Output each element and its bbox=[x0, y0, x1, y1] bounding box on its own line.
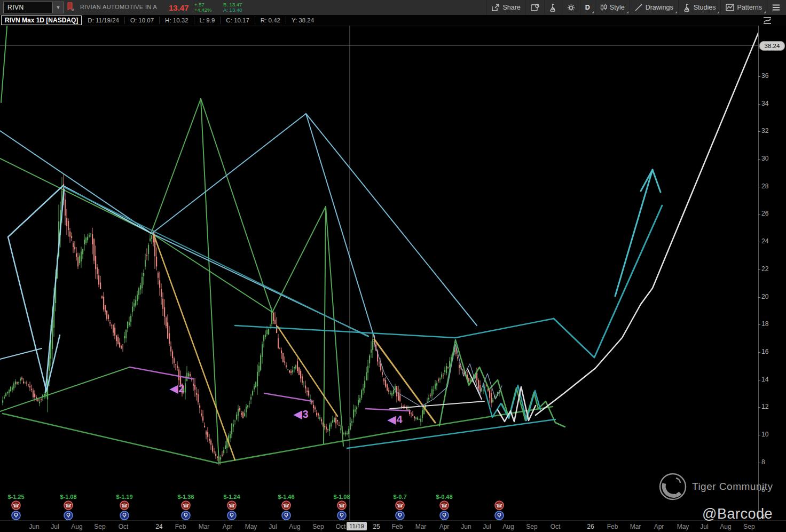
time-tick-label: Jun bbox=[461, 523, 471, 530]
trendline-green-apex2-leg[interactable] bbox=[324, 207, 326, 444]
trendline-cyan-peak-legs[interactable] bbox=[8, 186, 151, 391]
time-tick-label: Sep bbox=[94, 523, 105, 530]
eps-value: $-1.24 bbox=[215, 494, 249, 501]
trendline-magenta-wave2[interactable] bbox=[130, 367, 193, 379]
price-tick-label: 8 bbox=[761, 458, 765, 466]
trendline-magenta-wave4[interactable] bbox=[366, 409, 410, 411]
price-tick-label: 26 bbox=[761, 210, 768, 217]
svg-text:☎: ☎ bbox=[339, 503, 345, 509]
price-axis[interactable]: 383634323028262422201816141210864 bbox=[758, 26, 786, 520]
insight-bulb-icon bbox=[282, 511, 290, 520]
time-tick-label: Sep bbox=[526, 523, 537, 530]
share-button[interactable]: Share bbox=[486, 0, 525, 15]
earnings-marker[interactable]: $-0.48☎ bbox=[427, 494, 461, 523]
insight-bulb-icon bbox=[440, 511, 449, 520]
wave-label: ◀4 bbox=[388, 413, 403, 426]
news-calendar-button[interactable] bbox=[525, 0, 544, 15]
trendline-cyan-apex[interactable] bbox=[152, 114, 374, 338]
trendline-teal-descent[interactable] bbox=[63, 187, 368, 337]
interval-dropdown[interactable]: D bbox=[580, 0, 595, 15]
trendline-green-triangle-left[interactable] bbox=[151, 99, 201, 233]
price-tick-label: 14 bbox=[761, 376, 768, 383]
earnings-marker[interactable]: $-0.7☎ bbox=[383, 494, 417, 523]
trendline-green-apex1-inner[interactable] bbox=[201, 99, 272, 312]
earnings-marker[interactable]: ☎ bbox=[482, 494, 516, 523]
time-tick-label: Jul bbox=[483, 523, 491, 530]
alert-flag-icon[interactable] bbox=[66, 2, 75, 12]
bid-ask: B: 13.47A: 13.48 bbox=[223, 2, 242, 13]
trendline-white-horizontal[interactable] bbox=[390, 401, 484, 409]
price-tick-label: 22 bbox=[761, 265, 768, 273]
time-tick-label: Aug bbox=[502, 523, 514, 530]
svg-text:☎: ☎ bbox=[13, 503, 19, 509]
chart-title: RIVN Max 1D [NASDAQ] bbox=[1, 15, 82, 25]
time-tick-label: May bbox=[245, 523, 257, 530]
trendline-teal-cup-bottom[interactable] bbox=[347, 419, 555, 448]
time-tick-label: Aug bbox=[71, 523, 82, 530]
svg-text:☎: ☎ bbox=[496, 503, 502, 509]
earnings-marker[interactable]: $-1.19☎ bbox=[107, 494, 142, 523]
hamburger-icon bbox=[772, 4, 780, 11]
trendline-orange-mid[interactable] bbox=[278, 327, 337, 416]
trendline-cyan-apex-right[interactable] bbox=[306, 114, 477, 325]
time-tick-label: Jun bbox=[29, 523, 39, 530]
patterns-icon bbox=[726, 4, 734, 11]
svg-text:☎: ☎ bbox=[229, 503, 235, 509]
legend-high: H: 10.32 bbox=[159, 17, 193, 24]
earnings-marker[interactable]: $-1.24☎ bbox=[215, 494, 249, 523]
time-tick-label: Jul bbox=[269, 523, 277, 530]
patterns-dropdown[interactable]: Patterns bbox=[720, 0, 767, 15]
trendline-green-wave[interactable] bbox=[0, 158, 343, 446]
earnings-marker[interactable]: $-1.46☎ bbox=[269, 494, 303, 523]
trendline-white-projection[interactable] bbox=[536, 33, 758, 415]
time-tick-label: Jul bbox=[700, 523, 708, 530]
trendline-green-saucer-support[interactable] bbox=[3, 407, 553, 463]
time-tick-label: Sep bbox=[743, 523, 754, 530]
drawings-dropdown[interactable]: Drawings bbox=[630, 0, 678, 15]
time-tick-label: Feb bbox=[607, 523, 618, 530]
settings-button[interactable] bbox=[562, 0, 580, 15]
insight-bulb-icon bbox=[495, 511, 504, 520]
eps-value: $-1.08 bbox=[51, 494, 85, 501]
style-dropdown[interactable]: Style bbox=[595, 0, 630, 15]
trendline-magenta-wave3[interactable] bbox=[264, 393, 312, 401]
chevron-down-icon[interactable]: ▼ bbox=[52, 2, 64, 13]
trendline-cyan-steep[interactable] bbox=[45, 189, 64, 392]
interval-label: D bbox=[585, 4, 590, 11]
symbol-search[interactable]: RIVN ▼ bbox=[3, 2, 64, 13]
price-scale-icon[interactable] bbox=[763, 16, 772, 27]
tiger-community-logo-icon bbox=[658, 472, 688, 502]
svg-text:☎: ☎ bbox=[441, 503, 447, 509]
earnings-marker[interactable]: $-1.08☎ bbox=[325, 494, 359, 523]
earnings-marker[interactable]: $-1.36☎ bbox=[169, 494, 203, 523]
trendline-teal-arrow-head[interactable] bbox=[641, 170, 661, 192]
trendline-teal-arrow-shaft[interactable] bbox=[615, 170, 653, 296]
price-change: +.57+4.42% bbox=[194, 2, 212, 13]
time-tick-label: Sep bbox=[312, 523, 324, 530]
time-tick-label: Oct bbox=[336, 523, 346, 530]
time-tick-label: Oct bbox=[551, 523, 561, 530]
crosshair-price-badge: 38.24 bbox=[759, 41, 785, 51]
legend-y: Y: 38.24 bbox=[286, 17, 319, 24]
earnings-marker[interactable]: $-1.25☎ bbox=[0, 494, 33, 523]
price-chart[interactable] bbox=[0, 26, 758, 520]
svg-text:☎: ☎ bbox=[183, 503, 189, 509]
legend-range: R: 0.42 bbox=[255, 17, 286, 24]
analysis-button[interactable] bbox=[544, 0, 562, 15]
trendline-green-rise-left[interactable] bbox=[0, 367, 130, 411]
price-tick-label: 12 bbox=[761, 403, 768, 410]
trendline-cyan-left-small[interactable] bbox=[0, 348, 42, 359]
trendline-green-left-edge[interactable] bbox=[1, 26, 7, 102]
symbol-input[interactable]: RIVN bbox=[4, 4, 52, 11]
eps-value: $-1.46 bbox=[269, 494, 303, 501]
earnings-marker[interactable]: $-1.08☎ bbox=[51, 494, 85, 523]
studies-dropdown[interactable]: Studies bbox=[678, 0, 721, 15]
trendline-teal-handle[interactable] bbox=[554, 205, 662, 358]
trendline-orange-breakdown[interactable] bbox=[154, 235, 235, 460]
toolbar-actions: Share D Style Drawings bbox=[486, 0, 785, 15]
candlestick-icon bbox=[600, 4, 607, 12]
menu-button[interactable] bbox=[767, 0, 785, 15]
eps-value: $-1.25 bbox=[0, 494, 33, 501]
eps-value: $-1.19 bbox=[107, 494, 142, 501]
patterns-label: Patterns bbox=[737, 4, 762, 11]
